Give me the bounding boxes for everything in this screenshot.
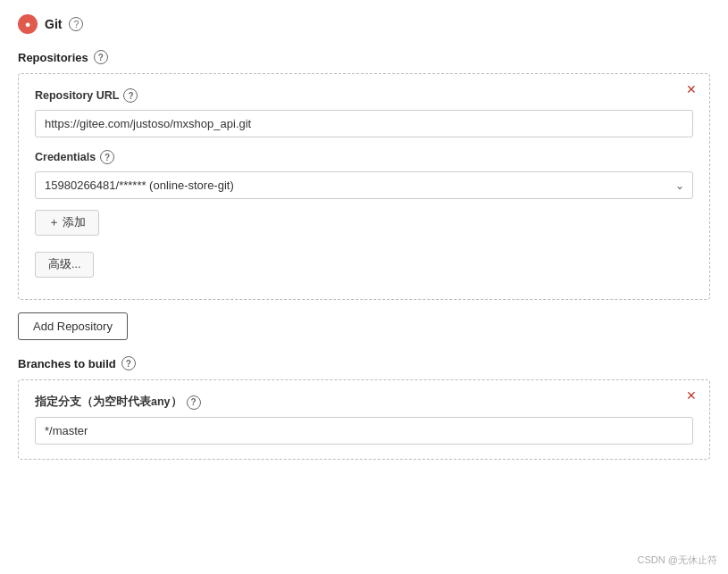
remove-repository-button[interactable]: ✕	[682, 81, 700, 97]
repositories-section-label: Repositories ?	[18, 50, 710, 64]
branch-card: ✕ 指定分支（为空时代表any） ?	[18, 379, 710, 460]
git-help-icon[interactable]: ?	[69, 17, 83, 31]
branches-help-icon[interactable]: ?	[121, 356, 136, 370]
repositories-help-icon[interactable]: ?	[94, 50, 108, 64]
card-actions: ＋ 添加	[35, 210, 693, 243]
add-repository-button[interactable]: Add Repository	[18, 312, 128, 340]
page-container: ● Git ? Repositories ? ✕ Repository URL …	[0, 0, 728, 487]
watermark: CSDN @无休止符	[638, 553, 717, 567]
repo-url-input[interactable]	[35, 110, 693, 137]
credentials-label: Credentials ?	[35, 150, 693, 164]
repo-url-label: Repository URL ?	[35, 88, 693, 103]
add-credentials-button[interactable]: ＋ 添加	[35, 210, 99, 236]
repo-url-help-icon[interactable]: ?	[123, 88, 138, 103]
branch-help-icon[interactable]: ?	[187, 395, 201, 410]
advanced-button[interactable]: 高级...	[35, 252, 94, 278]
git-header: ● Git ?	[18, 14, 710, 34]
page-title: Git	[45, 17, 62, 31]
branch-input[interactable]	[35, 417, 693, 445]
credentials-select[interactable]: 15980266481/****** (online-store-git)	[35, 171, 693, 199]
credentials-select-wrapper: 15980266481/****** (online-store-git) ⌄	[35, 171, 693, 199]
repository-card: ✕ Repository URL ? Credentials ? 1598026…	[18, 73, 710, 300]
branch-field-label: 指定分支（为空时代表any） ?	[35, 395, 693, 410]
remove-branch-button[interactable]: ✕	[682, 387, 700, 403]
advanced-action: 高级...	[35, 252, 693, 285]
git-icon: ●	[18, 14, 38, 34]
credentials-help-icon[interactable]: ?	[100, 150, 114, 164]
branches-section-label: Branches to build ?	[18, 356, 710, 370]
